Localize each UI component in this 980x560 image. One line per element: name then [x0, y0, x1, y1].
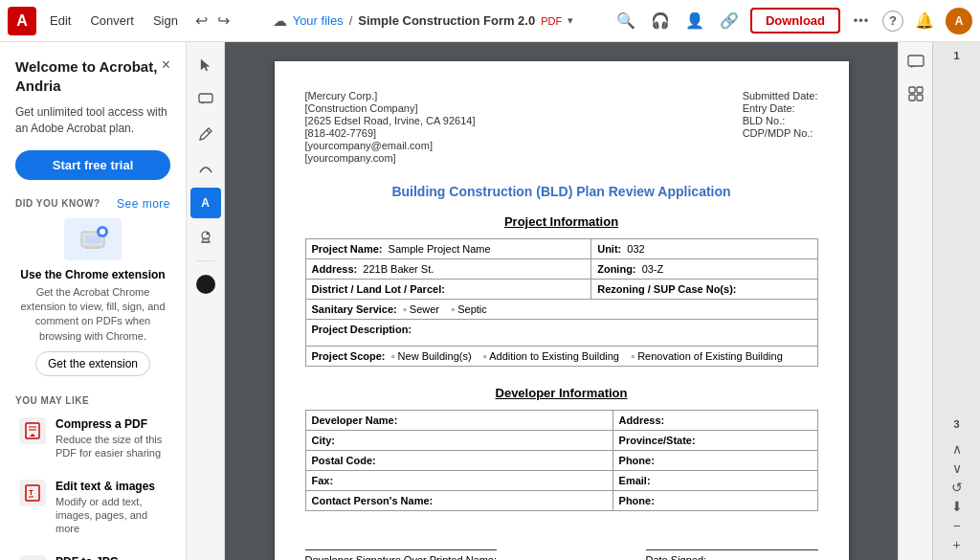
- table-row: Project Scope: ◦ New Building(s) ◦ Addit…: [305, 347, 817, 367]
- more-button[interactable]: •••: [848, 8, 875, 34]
- filetype-badge: PDF: [541, 15, 562, 27]
- svg-rect-26: [917, 95, 923, 101]
- tool-pdf-jpg[interactable]: PDF to JPG Convert this PDF to JPG or ot…: [15, 551, 170, 560]
- your-files-link[interactable]: Your files: [293, 13, 344, 28]
- table-row: Contact Person's Name: Phone:: [305, 491, 817, 511]
- pdf-header: [Mercury Corp.] [Construction Company] […: [305, 90, 818, 165]
- topbar: A Edit Convert Sign ↩ ↪ ☁ Your files / S…: [0, 0, 980, 42]
- stamp-tool-button[interactable]: [190, 222, 221, 253]
- developer-section-title: Developer Information: [305, 386, 818, 400]
- signature-line: Developer Signature Over Printed Name:: [305, 549, 498, 560]
- chrome-extension-box: Use the Chrome extension Get the Acrobat…: [15, 218, 170, 377]
- svg-rect-22: [908, 56, 924, 66]
- start-trial-button[interactable]: Start free trial: [15, 150, 170, 180]
- tool-icons-bar: A: [187, 42, 225, 560]
- save-button[interactable]: ⬇: [951, 499, 963, 514]
- cdp-no: CDP/MDP No.:: [743, 127, 818, 139]
- fill-sign-tool-button[interactable]: A: [190, 188, 221, 218]
- panel-subtitle: Get unlimited tool access with an Adobe …: [15, 104, 170, 137]
- undo-redo-group: ↩ ↪: [191, 10, 234, 32]
- svg-rect-25: [909, 95, 915, 101]
- topbar-actions: 🔍 🎧 👤 🔗 Download ••• ? 🔔 A: [612, 8, 972, 34]
- see-more-link[interactable]: See more: [117, 197, 170, 211]
- tool-edit-text[interactable]: T Edit text & images Modify or add text,…: [15, 476, 170, 540]
- breadcrumb-sep: /: [349, 13, 353, 28]
- edit-text-icon: T: [19, 480, 46, 506]
- undo-button[interactable]: ↩: [191, 10, 212, 32]
- panel-close-button[interactable]: ×: [162, 57, 170, 73]
- download-button[interactable]: Download: [750, 8, 840, 34]
- submitted-date: Submitted Date:: [743, 90, 818, 101]
- company-info: [Mercury Corp.] [Construction Company] […: [305, 90, 476, 165]
- notification-button[interactable]: 🔔: [911, 8, 938, 34]
- avatar[interactable]: A: [946, 8, 972, 34]
- table-row: Address: 221B Baker St. Zoning: 03-Z: [305, 259, 817, 280]
- svg-point-21: [206, 233, 209, 235]
- page-1-number[interactable]: 1: [953, 50, 959, 61]
- svg-rect-16: [199, 94, 212, 102]
- pdf-jpg-icon: [19, 555, 46, 560]
- pen-tool-button[interactable]: [190, 119, 221, 149]
- project-section-title: Project Information: [305, 214, 818, 229]
- menu-convert[interactable]: Convert: [82, 10, 142, 32]
- you-may-like-header: YOU MAY LIKE: [15, 395, 170, 406]
- svg-rect-1: [85, 235, 100, 243]
- filename-label: Simple Construction Form 2.0: [358, 13, 535, 28]
- pdf-viewer[interactable]: [Mercury Corp.] [Construction Company] […: [225, 42, 898, 560]
- circle-tool-button[interactable]: [190, 269, 221, 300]
- acrobat-logo: A: [8, 7, 36, 35]
- svg-point-5: [100, 229, 105, 235]
- search-button[interactable]: 🔍: [612, 8, 639, 34]
- panel-header: Welcome to Acrobat, Andria ×: [15, 57, 170, 95]
- table-row: Fax: Email:: [305, 471, 817, 491]
- svg-rect-2: [89, 243, 97, 247]
- compress-icon: [19, 417, 46, 444]
- person-button[interactable]: 👤: [681, 8, 708, 34]
- svg-rect-3: [85, 247, 100, 249]
- zoom-out-button[interactable]: −: [952, 518, 960, 533]
- scroll-up-button[interactable]: ∧: [952, 441, 962, 457]
- menu-edit[interactable]: Edit: [42, 10, 78, 32]
- did-you-know-header: DID YOU KNOW? See more: [15, 197, 170, 211]
- signature-area: Developer Signature Over Printed Name: D…: [305, 530, 818, 560]
- compress-name: Compress a PDF: [56, 417, 167, 431]
- curve-tool-button[interactable]: [190, 153, 221, 184]
- link-button[interactable]: 🔗: [716, 8, 743, 34]
- filetype-dropdown-icon[interactable]: ▾: [568, 14, 573, 27]
- get-extension-button[interactable]: Get the extension: [35, 351, 150, 376]
- developer-signature: Developer Signature Over Printed Name:: [305, 530, 498, 560]
- comment-tool-button[interactable]: [190, 84, 221, 115]
- table-row: Sanitary Service: ◦ Sewer ◦ Septic: [305, 300, 817, 320]
- main-area: Welcome to Acrobat, Andria × Get unlimit…: [0, 42, 980, 560]
- right-icon-panel: [898, 42, 932, 560]
- table-row: Project Description:: [305, 320, 817, 347]
- file-breadcrumb: ☁ Your files / Simple Construction Form …: [273, 12, 574, 30]
- project-table: Project Name: Sample Project Name Unit: …: [305, 238, 818, 367]
- select-tool-button[interactable]: [190, 50, 221, 80]
- menu-bar: Edit Convert Sign: [42, 10, 186, 32]
- cloud-icon: ☁: [273, 12, 287, 30]
- page-3-number[interactable]: 3: [953, 418, 959, 430]
- headphone-button[interactable]: 🎧: [647, 8, 674, 34]
- chrome-ext-image: [64, 218, 122, 260]
- right-comment-button[interactable]: [902, 50, 929, 77]
- redo-button[interactable]: ↪: [213, 10, 234, 32]
- company-line-5: [yourcompany@email.com]: [305, 140, 476, 151]
- pdfjpg-name: PDF to JPG: [56, 555, 167, 560]
- refresh-button[interactable]: ↺: [951, 480, 963, 495]
- zoom-in-button[interactable]: +: [952, 537, 960, 552]
- tool-compress[interactable]: Compress a PDF Reduce the size of this P…: [15, 414, 170, 464]
- company-line-6: [yourcompany.com]: [305, 152, 476, 164]
- menu-sign[interactable]: Sign: [145, 10, 186, 32]
- company-line-2: [Construction Company]: [305, 102, 476, 114]
- page-controls: ∧ ∨ ↺ ⬇ − +: [951, 441, 963, 552]
- submission-info: Submitted Date: Entry Date: BLD No.: CDP…: [743, 90, 818, 165]
- table-row: Project Name: Sample Project Name Unit: …: [305, 239, 817, 259]
- company-line-1: [Mercury Corp.]: [305, 90, 476, 101]
- compress-desc: Reduce the size of this PDF for easier s…: [56, 433, 167, 460]
- welcome-panel: Welcome to Acrobat, Andria × Get unlimit…: [0, 42, 187, 560]
- right-grid-button[interactable]: [902, 80, 929, 107]
- scroll-down-button[interactable]: ∨: [952, 460, 962, 476]
- help-button[interactable]: ?: [882, 11, 903, 32]
- table-row: Developer Name: Address:: [305, 411, 817, 431]
